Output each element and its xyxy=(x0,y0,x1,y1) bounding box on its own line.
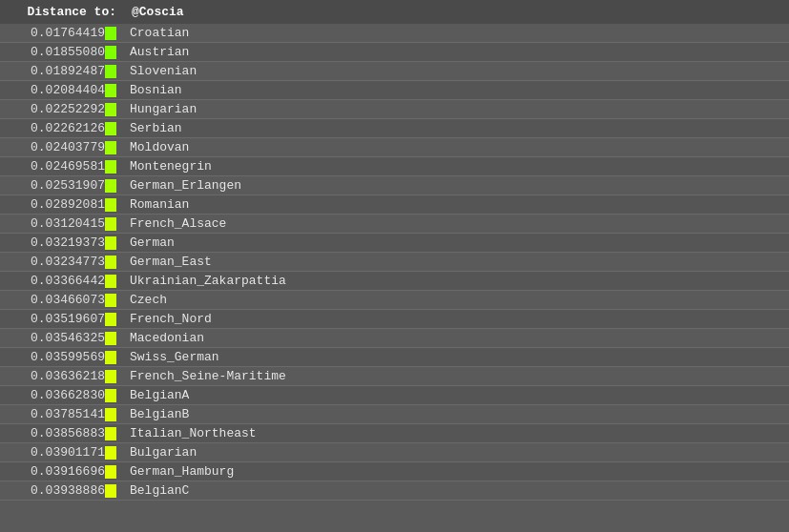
distance-cell: 0.03366442 xyxy=(0,272,124,291)
color-bar-indicator xyxy=(105,27,116,40)
distance-cell: 0.03120415 xyxy=(0,215,124,234)
table-row: 0.02262126Serbian xyxy=(0,119,789,138)
color-bar-indicator xyxy=(105,65,116,78)
distance-value: 0.03662830 xyxy=(31,388,105,402)
table-body: 0.01764419Croatian0.01855080Austrian0.01… xyxy=(0,24,789,501)
distance-cell: 0.03636218 xyxy=(0,367,124,386)
table-row: 0.02892081Romanian xyxy=(0,195,789,215)
color-bar-indicator xyxy=(105,122,116,135)
table-row: 0.03636218French_Seine-Maritime xyxy=(0,367,789,386)
distance-cell: 0.03599569 xyxy=(0,348,124,367)
distance-value: 0.02892081 xyxy=(31,197,105,212)
table-row: 0.02531907German_Erlangen xyxy=(0,176,789,195)
color-bar-indicator xyxy=(105,294,116,307)
color-bar-indicator xyxy=(105,484,116,498)
distance-cell: 0.03466073 xyxy=(0,291,124,310)
label-cell: BelgianC xyxy=(124,481,789,501)
label-cell: Macedonian xyxy=(124,329,789,348)
distance-cell: 0.03234773 xyxy=(0,253,124,272)
target-header: @Coscia xyxy=(124,0,789,24)
table-row: 0.01764419Croatian xyxy=(0,24,789,43)
distance-value: 0.02403779 xyxy=(31,140,105,154)
distance-value: 0.02531907 xyxy=(31,178,105,193)
label-cell: Moldovan xyxy=(124,138,789,157)
label-cell: Montenegrin xyxy=(124,157,789,176)
main-table-container: Distance to: @Coscia 0.01764419Croatian0… xyxy=(0,0,789,532)
color-bar-indicator xyxy=(105,217,116,231)
distance-cell: 0.02262126 xyxy=(0,119,124,138)
table-row: 0.03219373German xyxy=(0,234,789,253)
label-cell: French_Seine-Maritime xyxy=(124,367,789,386)
table-row: 0.03662830BelgianA xyxy=(0,386,789,405)
distance-value: 0.03546325 xyxy=(31,331,105,345)
distance-cell: 0.03856883 xyxy=(0,424,124,443)
color-bar-indicator xyxy=(105,427,116,440)
distance-cell: 0.02892081 xyxy=(0,195,124,215)
distance-value: 0.01892487 xyxy=(31,64,105,78)
table-row: 0.03120415French_Alsace xyxy=(0,215,789,234)
label-cell: Croatian xyxy=(124,24,789,43)
table-row: 0.03916696German_Hamburg xyxy=(0,462,789,481)
distance-table: Distance to: @Coscia 0.01764419Croatian0… xyxy=(0,0,789,501)
distance-value: 0.03916696 xyxy=(31,464,105,479)
distance-value: 0.03856883 xyxy=(31,426,105,440)
distance-value: 0.03599569 xyxy=(31,350,105,364)
color-bar-indicator xyxy=(105,141,116,154)
distance-cell: 0.03785141 xyxy=(0,405,124,424)
table-row: 0.03901171Bulgarian xyxy=(0,443,789,462)
label-cell: Austrian xyxy=(124,43,789,62)
table-row: 0.03599569Swiss_German xyxy=(0,348,789,367)
table-row: 0.03856883Italian_Northeast xyxy=(0,424,789,443)
color-bar-indicator xyxy=(105,179,116,193)
distance-cell: 0.02531907 xyxy=(0,176,124,195)
distance-cell: 0.03546325 xyxy=(0,329,124,348)
label-cell: Swiss_German xyxy=(124,348,789,367)
color-bar-indicator xyxy=(105,370,116,383)
table-row: 0.01892487Slovenian xyxy=(0,62,789,81)
label-cell: Bulgarian xyxy=(124,443,789,462)
distance-value: 0.03785141 xyxy=(31,407,105,421)
color-bar-indicator xyxy=(105,198,116,212)
label-cell: Hungarian xyxy=(124,100,789,119)
distance-value: 0.03234773 xyxy=(31,255,105,269)
distance-to-header: Distance to: xyxy=(0,0,124,24)
color-bar-indicator xyxy=(105,160,116,174)
distance-cell: 0.03916696 xyxy=(0,462,124,481)
distance-cell: 0.03901171 xyxy=(0,443,124,462)
distance-value: 0.03636218 xyxy=(31,369,105,383)
table-row: 0.01855080Austrian xyxy=(0,43,789,62)
distance-cell: 0.02469581 xyxy=(0,157,124,176)
distance-cell: 0.02084404 xyxy=(0,81,124,100)
label-cell: Romanian xyxy=(124,195,789,215)
distance-value: 0.02262126 xyxy=(31,121,105,135)
label-cell: French_Nord xyxy=(124,310,789,329)
distance-value: 0.01855080 xyxy=(31,45,105,59)
label-cell: Slovenian xyxy=(124,62,789,81)
table-row: 0.03785141BelgianB xyxy=(0,405,789,424)
table-row: 0.02403779Moldovan xyxy=(0,138,789,157)
label-cell: Czech xyxy=(124,291,789,310)
color-bar-indicator xyxy=(105,236,116,250)
label-cell: Bosnian xyxy=(124,81,789,100)
table-row: 0.03938886BelgianC xyxy=(0,481,789,501)
table-header-row: Distance to: @Coscia xyxy=(0,0,789,24)
table-row: 0.03519607French_Nord xyxy=(0,310,789,329)
color-bar-indicator xyxy=(105,408,116,421)
label-cell: French_Alsace xyxy=(124,215,789,234)
distance-cell: 0.03938886 xyxy=(0,481,124,501)
label-cell: German_Hamburg xyxy=(124,462,789,481)
distance-cell: 0.03662830 xyxy=(0,386,124,405)
color-bar-indicator xyxy=(105,275,116,288)
label-cell: German_Erlangen xyxy=(124,176,789,195)
distance-value: 0.03219373 xyxy=(31,235,105,250)
label-cell: German xyxy=(124,234,789,253)
label-cell: Italian_Northeast xyxy=(124,424,789,443)
color-bar-indicator xyxy=(105,256,116,269)
color-bar-indicator xyxy=(105,351,116,364)
table-row: 0.03546325Macedonian xyxy=(0,329,789,348)
table-row: 0.03234773German_East xyxy=(0,253,789,272)
label-cell: German_East xyxy=(124,253,789,272)
color-bar-indicator xyxy=(105,46,116,59)
label-cell: BelgianA xyxy=(124,386,789,405)
distance-value: 0.03519607 xyxy=(31,312,105,326)
